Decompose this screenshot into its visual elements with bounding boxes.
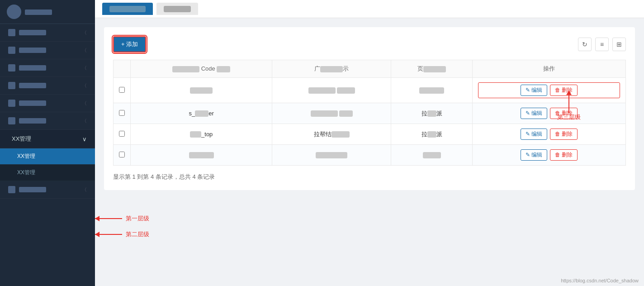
tab-1[interactable] xyxy=(102,3,153,15)
row-col1-3: _top xyxy=(131,124,272,145)
chevron-icon-4: 〈 xyxy=(82,82,87,89)
sidebar-item-5[interactable]: 〈 xyxy=(0,95,95,112)
sidebar-group-management[interactable]: XX管理 ∨ xyxy=(0,130,95,148)
toolbar: + 添加 ↻ ≡ ⊞ xyxy=(113,36,626,52)
row-col2-4 xyxy=(272,145,391,166)
chevron-icon-2: 〈 xyxy=(82,47,87,54)
table-row: ✎ 编辑 🗑 删除 xyxy=(114,78,626,103)
row-col3-2: 拉派 xyxy=(391,103,473,124)
delete-button-2[interactable]: 🗑 删除 xyxy=(550,108,578,119)
sidebar-item-6[interactable]: 〈 xyxy=(0,112,95,130)
chevron-down-icon: ∨ xyxy=(82,136,87,143)
edit-button-2[interactable]: ✎ 编辑 xyxy=(521,108,547,119)
row-checkbox-2[interactable] xyxy=(114,103,131,124)
tab-2[interactable] xyxy=(156,3,198,15)
chevron-icon-6: 〈 xyxy=(82,118,87,124)
sidebar-group-label: XX管理 xyxy=(12,135,31,143)
table-row: _top 拉帮结 拉派 ✎ 编辑 🗑 删除 xyxy=(114,124,626,145)
sidebar-icon-1 xyxy=(8,29,15,36)
chevron-icon: 〈 xyxy=(82,29,87,36)
sidebar-icon-6 xyxy=(8,117,15,124)
row-col2-2 xyxy=(272,103,391,124)
sidebar-item-bottom[interactable]: 〈 xyxy=(0,181,95,199)
watermark: https://blog.csdn.net/Code_shadow xyxy=(561,278,639,283)
list-view-button[interactable]: ≡ xyxy=(595,38,609,51)
row-col1-1 xyxy=(131,78,272,103)
edit-button-3[interactable]: ✎ 编辑 xyxy=(521,129,547,140)
row-col1-4 xyxy=(131,145,272,166)
sidebar-subitem-1[interactable]: XX管理 xyxy=(0,148,95,165)
row-col3-3: 拉派 xyxy=(391,124,473,145)
row-actions-3: ✎ 编辑 🗑 删除 xyxy=(473,124,626,145)
refresh-button[interactable]: ↻ xyxy=(578,38,592,51)
row-col1-2: s_er xyxy=(131,103,272,124)
sidebar-item-4[interactable]: 〈 xyxy=(0,77,95,95)
sidebar-item-3[interactable]: 〈 xyxy=(0,59,95,77)
main-content: + 添加 ↻ ≡ ⊞ Code xyxy=(95,0,644,286)
delete-button-1[interactable]: 🗑 删除 xyxy=(550,85,578,96)
sidebar-icon-3 xyxy=(8,64,15,72)
sidebar-username xyxy=(25,9,52,15)
row-col2-3: 拉帮结 xyxy=(272,124,391,145)
sidebar: 〈 〈 〈 〈 xyxy=(0,0,95,286)
pagination-info: 显示第 1 到第 4 条记录，总共 4 条记录 xyxy=(113,173,626,181)
sidebar-header xyxy=(0,0,95,24)
topbar xyxy=(95,0,644,18)
toolbar-right: ↻ ≡ ⊞ xyxy=(578,38,626,51)
avatar xyxy=(7,5,21,19)
sidebar-subitem-2[interactable]: XX管理 xyxy=(0,165,95,181)
row-col3-1 xyxy=(391,78,473,103)
chevron-icon-3: 〈 xyxy=(82,65,87,72)
grid-view-button[interactable]: ⊞ xyxy=(612,38,626,51)
delete-button-4[interactable]: 🗑 删除 xyxy=(550,149,578,161)
table-header-action: 操作 xyxy=(473,60,626,78)
table-header-code: Code xyxy=(131,60,272,78)
sidebar-item-1[interactable]: 〈 xyxy=(0,24,95,42)
chevron-icon-bottom: 〈 xyxy=(82,186,87,193)
table-header-checkbox xyxy=(114,60,131,78)
table-header-ad: 广示 xyxy=(272,60,391,78)
row-checkbox-4[interactable] xyxy=(114,145,131,166)
edit-button-4[interactable]: ✎ 编辑 xyxy=(521,149,547,161)
row-actions-2: ✎ 编辑 🗑 删除 xyxy=(473,103,626,124)
row-checkbox-3[interactable] xyxy=(114,124,131,145)
add-button[interactable]: + 添加 xyxy=(113,36,146,52)
row-col3-4 xyxy=(391,145,473,166)
content-area: + 添加 ↻ ≡ ⊞ Code xyxy=(95,18,644,286)
content-card: + 添加 ↻ ≡ ⊞ Code xyxy=(104,27,635,190)
row-col2-1 xyxy=(272,78,391,103)
delete-button-3[interactable]: 🗑 删除 xyxy=(550,129,578,140)
row-actions-4: ✎ 编辑 🗑 删除 xyxy=(473,145,626,166)
row-checkbox-1[interactable] xyxy=(114,78,131,103)
sidebar-icon-5 xyxy=(8,100,15,107)
edit-button-1[interactable]: ✎ 编辑 xyxy=(521,85,547,96)
table-header-page: 页 xyxy=(391,60,473,78)
data-table: Code 广示 页 操作 xyxy=(113,60,626,166)
row-actions-1: ✎ 编辑 🗑 删除 xyxy=(473,78,626,103)
chevron-icon-5: 〈 xyxy=(82,100,87,107)
table-row: ✎ 编辑 🗑 删除 xyxy=(114,145,626,166)
sidebar-icon-bottom xyxy=(8,186,15,193)
sidebar-icon-2 xyxy=(8,47,15,54)
sidebar-icon-4 xyxy=(8,82,15,89)
table-row: s_er 拉派 ✎ 编辑 🗑 删除 xyxy=(114,103,626,124)
sidebar-item-2[interactable]: 〈 xyxy=(0,42,95,59)
sidebar-submenu: XX管理 XX管理 xyxy=(0,148,95,181)
